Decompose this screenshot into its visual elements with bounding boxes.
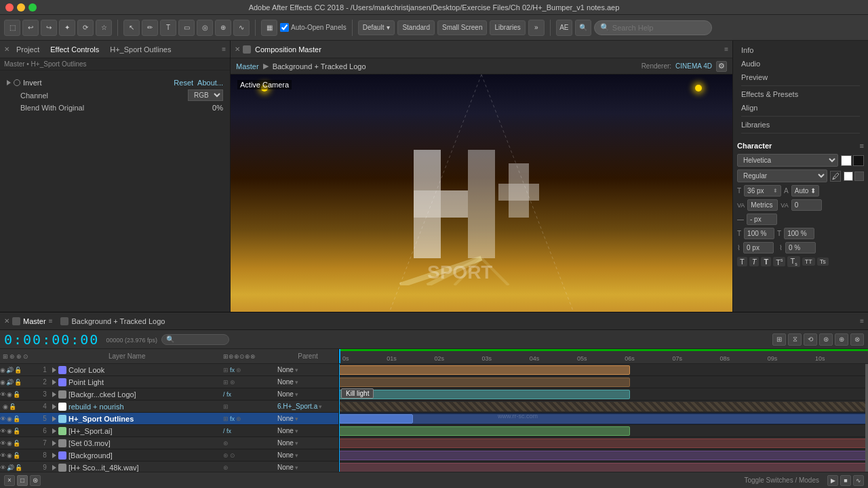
search-help-box[interactable]: 🔍 — [594, 20, 712, 35]
layer-1-lock[interactable]: 🔓 — [14, 367, 22, 373]
layer-row[interactable]: ◉ 🔊 🔓 1 Color Look ⊞ fx ⊛ None ▾ — [0, 364, 338, 376]
color-dark-box[interactable] — [854, 171, 864, 181]
layer-8-vis[interactable]: 👁 — [0, 452, 6, 459]
layer-row[interactable]: 👁 ◉ 🔓 5 H+_Sport Outlines ⊞ fx ⊛ None — [0, 413, 338, 425]
layer-row[interactable]: ◉ 🔊 🔓 2 Point Light ⊞ ⊛ None ▾ — [0, 376, 338, 388]
layer-6-lock[interactable]: 🔓 — [13, 428, 20, 434]
workspace-small-screen[interactable]: Small Screen — [437, 20, 487, 35]
font-color-box-1[interactable] — [841, 155, 852, 166]
font-size-field[interactable]: 36 px ⬍ — [744, 185, 781, 197]
style-select[interactable]: Regular — [737, 169, 827, 182]
layer-8-sw2[interactable]: ⊙ — [230, 452, 235, 459]
layer-5-triangle[interactable] — [52, 416, 56, 422]
layer-7-solo[interactable]: ◉ — [7, 440, 12, 447]
selection-tool[interactable]: ↖ — [123, 20, 140, 36]
close-button[interactable] — [5, 3, 14, 12]
comp-master-tab[interactable]: Composition Master — [255, 45, 321, 54]
maximize-button[interactable] — [28, 3, 37, 12]
layer-7-triangle[interactable] — [52, 441, 56, 446]
renderer-value[interactable]: CINEMA 4D — [675, 62, 712, 70]
search-help-input[interactable] — [612, 24, 706, 32]
layer-5-vis[interactable]: 👁 — [0, 415, 6, 422]
bottom-icon-1[interactable]: × — [4, 475, 15, 486]
T-regular[interactable]: T — [737, 257, 747, 266]
timeline-panel-menu[interactable]: ≡ — [860, 317, 864, 325]
left-panel-menu[interactable]: ≡ — [222, 45, 226, 53]
timeline-close[interactable]: ✕ — [4, 317, 9, 325]
layer-5-solo[interactable]: ◉ — [7, 415, 12, 422]
layer-2-lock[interactable]: 🔓 — [14, 379, 22, 386]
layer-7-expand[interactable] — [52, 441, 56, 446]
sport-outlines-tab[interactable]: H+_Sport Outlines — [106, 44, 175, 55]
spacing-px-field[interactable]: - px — [747, 214, 777, 225]
color-white-box[interactable] — [844, 171, 853, 181]
T-super[interactable]: Ts — [773, 257, 785, 267]
layer-1-triangle[interactable] — [52, 367, 56, 373]
breadcrumb-master[interactable]: Master — [236, 62, 259, 70]
libraries-tab[interactable]: Libraries — [736, 118, 865, 131]
layer-8-lock[interactable]: 🔓 — [13, 452, 20, 459]
layer-9-sw1[interactable]: ⊛ — [223, 464, 229, 471]
timeline-search[interactable] — [161, 334, 229, 345]
layer-4-triangle[interactable] — [52, 404, 56, 409]
stroke-pct-field[interactable]: 0 % — [785, 242, 816, 253]
layer-9-vis[interactable]: 👁 — [0, 464, 6, 471]
playhead[interactable] — [339, 349, 340, 363]
layer-4-lock[interactable]: 🔓 — [9, 403, 16, 410]
tool-btn-3[interactable]: ↪ — [41, 20, 57, 36]
bottom-icon-play[interactable]: ▶ — [827, 475, 838, 486]
layer-7-sw1[interactable]: ⊛ — [223, 440, 229, 447]
effects-tab[interactable]: Effects & Presets — [736, 87, 865, 101]
fill-pct-field-2[interactable]: 100 % — [784, 228, 814, 239]
layer-row[interactable]: 👁 ◉ 🔓 7 [Set 03.mov] ⊛ None ▾ — [0, 437, 338, 449]
layer-6-triangle[interactable] — [52, 428, 56, 434]
layer-9-lock[interactable]: 🔓 — [15, 464, 22, 471]
layer-2-sw2[interactable]: ⊛ — [230, 379, 235, 386]
tool-btn-1[interactable]: ⬚ — [4, 20, 20, 36]
layer-row[interactable]: 👁 ◉ 🔓 8 [Background] ⊛ ⊙ None ▾ — [0, 449, 338, 462]
layer-5-expand[interactable] — [52, 416, 56, 422]
bottom-icon-2[interactable]: □ — [17, 475, 28, 486]
pen-tool[interactable]: ✏ — [142, 20, 158, 36]
blend-value[interactable]: 0% — [212, 104, 223, 112]
left-panel-close[interactable]: ✕ — [4, 45, 9, 53]
align-tab[interactable]: Align — [736, 101, 865, 115]
about-button[interactable]: About... — [197, 79, 223, 87]
layer-1-3d[interactable]: ⊞ — [223, 367, 229, 373]
timeline-comp1-menu[interactable]: ≡ — [49, 317, 53, 325]
ae-icon[interactable]: AE — [556, 20, 572, 36]
T-caps[interactable]: TT — [802, 258, 815, 266]
layer-9-audio[interactable]: 🔊 — [7, 464, 14, 471]
layer-6-solo[interactable]: ◉ — [7, 428, 12, 434]
layer-3-expand[interactable] — [52, 392, 56, 397]
layer-5-sw3[interactable]: ⊛ — [236, 415, 241, 422]
panels-btn[interactable]: ▦ — [261, 20, 277, 36]
timeline-time-display[interactable]: 0:00:00:00 — [4, 331, 99, 348]
tl-btn-5[interactable]: ⊕ — [835, 333, 848, 346]
layer-8-solo[interactable]: ◉ — [7, 452, 12, 459]
window-controls[interactable] — [5, 3, 37, 12]
layer-row[interactable]: 👁 ◉ 🔓 3 [Backgr...cked Logo] / fx None ▾ — [0, 388, 338, 401]
auto-open-panels-checkbox[interactable]: Auto-Open Panels — [280, 23, 347, 32]
layer-9-triangle[interactable] — [52, 465, 56, 470]
bottom-icon-stop[interactable]: ■ — [840, 475, 851, 486]
search-icon-btn[interactable]: 🔍 — [575, 20, 591, 36]
info-tab[interactable]: Info — [736, 43, 865, 57]
camera-tool[interactable]: ◎ — [197, 20, 213, 36]
project-tab[interactable]: Project — [12, 44, 43, 55]
more-workspaces[interactable]: » — [528, 20, 545, 36]
effect-controls-tab[interactable]: Effect Controls — [46, 44, 103, 55]
tool-btn-6[interactable]: ☆ — [96, 20, 112, 36]
layer-9-expand[interactable] — [52, 465, 56, 470]
T-italic[interactable]: T — [749, 257, 760, 266]
T-smallcaps[interactable]: Ts — [817, 258, 829, 266]
workspace-default[interactable]: Default ▾ — [358, 20, 395, 35]
layer-1-solo[interactable]: ◉ — [0, 367, 5, 373]
layer-4-solo[interactable]: ◉ — [3, 403, 8, 410]
preview-tab[interactable]: Preview — [736, 70, 865, 84]
tool-btn-5[interactable]: ⟳ — [77, 20, 94, 36]
layer-1-audio[interactable]: 🔊 — [6, 367, 14, 373]
layer-5-fx[interactable]: fx — [230, 415, 235, 422]
metrics-field[interactable]: Metrics — [747, 199, 778, 211]
bottom-icon-3[interactable]: ⊛ — [30, 475, 41, 486]
